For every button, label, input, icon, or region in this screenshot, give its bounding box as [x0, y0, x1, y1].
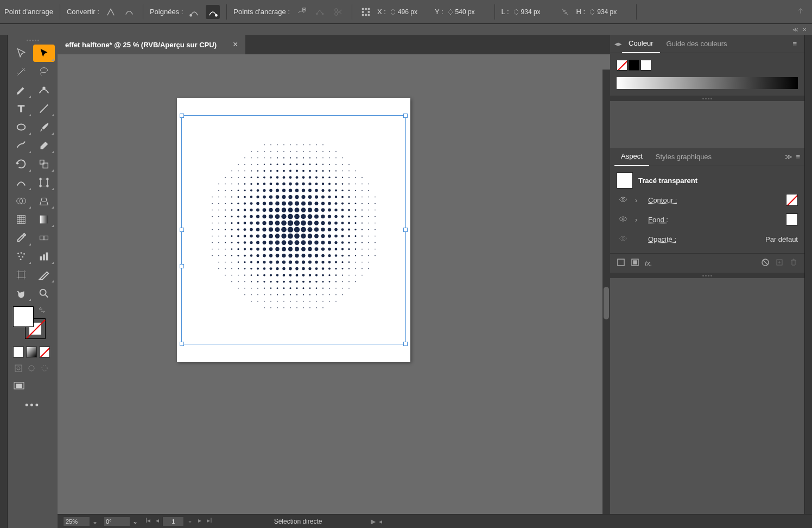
- gradient-mode-icon[interactable]: [26, 347, 37, 357]
- tab-styles-graphiques[interactable]: Styles graphiques: [649, 148, 718, 166]
- direct-selection-tool[interactable]: [33, 45, 55, 62]
- color-black-swatch[interactable]: [629, 60, 639, 71]
- color-mode-icon[interactable]: [13, 347, 24, 357]
- zoom-tool[interactable]: [33, 285, 55, 302]
- x-input[interactable]: [390, 8, 430, 16]
- ellipse-tool[interactable]: [10, 118, 32, 136]
- symbol-sprayer-tool[interactable]: [10, 248, 32, 265]
- fill-stroke-swatch[interactable]: [8, 302, 58, 343]
- fill-swatch[interactable]: [13, 306, 34, 327]
- draw-behind-icon[interactable]: [26, 363, 37, 374]
- contour-swatplay[interactable]: [786, 194, 798, 206]
- blend-tool[interactable]: [33, 229, 55, 247]
- panel-menu-icon[interactable]: ≡: [796, 153, 800, 161]
- width-tool[interactable]: [10, 174, 32, 191]
- free-transform-tool[interactable]: [33, 174, 55, 191]
- square-outline-icon[interactable]: [617, 258, 625, 268]
- draw-inside-icon[interactable]: [39, 363, 50, 374]
- convert-smooth-icon[interactable]: [122, 5, 136, 19]
- selection-tool[interactable]: [10, 45, 32, 62]
- handle-show-icon[interactable]: [187, 5, 201, 19]
- l-input[interactable]: [513, 8, 554, 16]
- remove-anchor-icon[interactable]: [294, 5, 308, 19]
- grip-icon[interactable]: [8, 38, 58, 42]
- handle-bl[interactable]: [180, 342, 184, 346]
- grayscale-ramp[interactable]: [617, 77, 798, 89]
- fx-icon[interactable]: fx.: [645, 259, 652, 267]
- chevron-right-icon[interactable]: ›: [635, 216, 642, 224]
- cut-path-icon[interactable]: [331, 5, 345, 19]
- chevron-right-icon[interactable]: ›: [635, 196, 642, 204]
- visibility-icon[interactable]: [619, 195, 629, 205]
- connect-points-icon[interactable]: [313, 5, 327, 19]
- nav-last-icon[interactable]: ▸I: [205, 517, 214, 526]
- eyedropper-tool[interactable]: [10, 229, 32, 247]
- play-icon[interactable]: ▶: [371, 518, 376, 525]
- canvas[interactable]: [58, 54, 610, 528]
- panel-collapse-icon[interactable]: ◂▸: [614, 40, 622, 48]
- chevron-down-icon[interactable]: ⌄: [132, 518, 138, 525]
- convert-corner-icon[interactable]: [104, 5, 118, 19]
- handle-mr[interactable]: [403, 228, 408, 232]
- document-tab[interactable]: effet halftone* @ 25 % (RVB/Aperçu sur C…: [58, 35, 245, 54]
- aspect-contour-row[interactable]: › Contour :: [617, 190, 798, 210]
- mesh-tool[interactable]: [10, 211, 32, 228]
- y-input[interactable]: [448, 8, 488, 16]
- chevron-down-icon[interactable]: ⌄: [185, 517, 195, 526]
- nav-prev-icon[interactable]: ◂: [154, 517, 161, 526]
- slice-tool[interactable]: [33, 266, 55, 284]
- swap-fill-stroke-icon[interactable]: [38, 306, 46, 316]
- eraser-tool[interactable]: [33, 137, 55, 154]
- angle-field[interactable]: [103, 517, 130, 526]
- opacity-value[interactable]: Par défaut: [765, 235, 798, 243]
- artboard-tool[interactable]: [10, 266, 32, 284]
- nav-first-icon[interactable]: I◂: [143, 517, 153, 526]
- collapse-left-icon[interactable]: ≪: [792, 27, 798, 33]
- none-mode-icon[interactable]: [39, 347, 50, 357]
- clear-icon[interactable]: [761, 258, 770, 268]
- fond-swatch[interactable]: [786, 213, 798, 225]
- scrollbar[interactable]: [602, 70, 610, 514]
- graph-tool[interactable]: [33, 248, 55, 265]
- zoom-field[interactable]: [63, 517, 90, 526]
- handle-hide-icon[interactable]: [206, 5, 220, 19]
- curvature-tool[interactable]: [33, 81, 55, 99]
- handle-tl[interactable]: [180, 114, 184, 118]
- shape-builder-tool[interactable]: [10, 192, 32, 210]
- tab-aspect[interactable]: Aspect: [614, 148, 649, 166]
- tab-guide-couleurs[interactable]: Guide des couleurs: [660, 35, 734, 53]
- trash-icon[interactable]: [789, 258, 798, 268]
- blob-brush-tool[interactable]: [10, 137, 32, 154]
- perspective-tool[interactable]: [33, 192, 55, 210]
- rotate-tool[interactable]: [10, 155, 32, 173]
- aspect-fond-row[interactable]: › Fond :: [617, 210, 798, 229]
- artboard[interactable]: [177, 98, 410, 362]
- back-icon[interactable]: ◂: [379, 518, 382, 525]
- chevron-down-icon[interactable]: ⌄: [92, 518, 98, 525]
- nav-next-icon[interactable]: ▸: [196, 517, 204, 526]
- magic-wand-tool[interactable]: [10, 63, 32, 80]
- brush-tool[interactable]: [33, 118, 55, 136]
- artboard-number[interactable]: [162, 517, 184, 526]
- panel-more-icon[interactable]: ≫: [785, 153, 792, 161]
- handle-br[interactable]: [403, 342, 408, 346]
- handle-tr[interactable]: [403, 114, 408, 118]
- color-none-swatch[interactable]: [617, 60, 627, 71]
- type-tool[interactable]: [10, 100, 32, 117]
- color-white-swatch[interactable]: [640, 60, 651, 71]
- new-icon[interactable]: [775, 258, 784, 268]
- panel-menu-icon[interactable]: ≡: [789, 40, 800, 48]
- h-input[interactable]: [589, 8, 630, 16]
- screen-mode-icon[interactable]: [13, 381, 25, 391]
- pen-tool[interactable]: [10, 81, 32, 99]
- tab-couleur[interactable]: Couleur: [622, 35, 660, 53]
- gradient-tool[interactable]: [33, 211, 55, 228]
- panel-grip-icon[interactable]: [610, 273, 804, 278]
- square-filled-icon[interactable]: [631, 258, 639, 268]
- link-icon[interactable]: [558, 5, 572, 19]
- scale-tool[interactable]: [33, 155, 55, 173]
- handle-ml[interactable]: [180, 228, 184, 232]
- line-tool[interactable]: [33, 100, 55, 117]
- aspect-opacity-row[interactable]: Opacité : Par défaut: [617, 229, 798, 249]
- panel-grip-icon[interactable]: [610, 96, 804, 101]
